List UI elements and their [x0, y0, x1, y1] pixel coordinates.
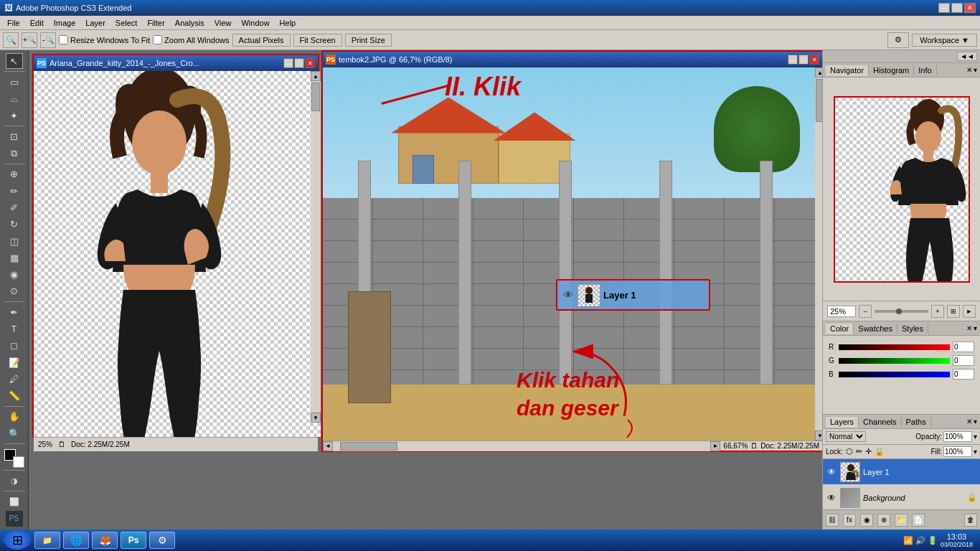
doc2-canvas[interactable]: 👁 Layer 1 ▲	[323, 67, 822, 441]
tool-options-icon[interactable]: 🔍	[3, 32, 19, 48]
add-mask-btn[interactable]: ◉	[860, 514, 873, 527]
color-slider-r[interactable]	[839, 344, 950, 350]
nav-options-btn[interactable]: ►	[963, 305, 976, 318]
vscroll-down[interactable]: ▼	[311, 413, 321, 423]
doc2-maximize[interactable]: □	[798, 55, 809, 65]
doc2-vscroll[interactable]: ▲ ▼	[815, 67, 822, 441]
maximize-button[interactable]: □	[951, 3, 963, 13]
nav-expand-btn[interactable]: ⊞	[947, 305, 960, 318]
doc2-close[interactable]: ✕	[809, 55, 819, 65]
lock-position[interactable]: ✛	[865, 447, 872, 456]
layers-collapse[interactable]: ▾	[974, 418, 977, 425]
new-layer-btn[interactable]: 📄	[912, 514, 925, 527]
tool-zoom[interactable]: 🔍	[6, 425, 23, 441]
navigator-collapse[interactable]: ▾	[974, 66, 977, 74]
tool-move[interactable]: ↖	[6, 53, 23, 69]
navigator-close[interactable]: ✕	[966, 66, 972, 74]
doc1-canvas[interactable]: ▲ ▼	[34, 71, 321, 437]
doc2-vscroll-down[interactable]: ▼	[815, 430, 822, 441]
screen-mode[interactable]: ⬜	[6, 494, 23, 509]
layer-row-background[interactable]: 👁 Background 🔒	[823, 485, 980, 509]
doc1-maximize[interactable]: □	[294, 58, 304, 68]
tool-measure[interactable]: 📏	[6, 387, 23, 403]
tool-hand[interactable]: ✋	[6, 409, 23, 425]
taskbar-photoshop[interactable]: Ps	[121, 532, 146, 549]
tool-history-brush[interactable]: ↻	[6, 217, 23, 232]
doc1-vscroll[interactable]: ▲ ▼	[311, 71, 321, 423]
tool-eraser[interactable]: ◫	[6, 233, 23, 249]
tab-styles[interactable]: Styles	[897, 324, 928, 334]
lock-image[interactable]: ✏	[856, 447, 862, 456]
tab-histogram[interactable]: Histogram	[869, 65, 914, 75]
tab-layers[interactable]: Layers	[826, 417, 859, 428]
color-collapse[interactable]: ▾	[974, 324, 977, 332]
tool-healing[interactable]: ⊕	[6, 166, 23, 182]
tool-lasso[interactable]: ⌓	[6, 91, 23, 107]
menu-file[interactable]: File	[3, 18, 24, 28]
taskbar-firefox[interactable]: 🦊	[92, 532, 118, 549]
delete-layer-btn[interactable]: 🗑	[964, 514, 977, 527]
fill-input[interactable]	[943, 446, 972, 457]
print-size-button[interactable]: Print Size	[345, 34, 392, 47]
close-button[interactable]: ✕	[964, 3, 976, 13]
doc1-info-icon[interactable]: 🗒	[58, 441, 65, 448]
tool-eyedropper[interactable]: 🖊	[6, 371, 23, 387]
doc2-minimize[interactable]: —	[788, 55, 798, 65]
tool-brush[interactable]: ✏	[6, 183, 23, 199]
nav-zoom-bar[interactable]	[875, 310, 928, 313]
workspace-icon[interactable]: ⚙	[887, 32, 909, 48]
zoom-all-checkbox[interactable]: Zoom All Windows	[153, 35, 229, 44]
new-group-btn[interactable]: 📁	[895, 514, 908, 527]
color-slider-g[interactable]	[839, 358, 950, 364]
color-value-r[interactable]	[953, 342, 974, 352]
doc2-hscroll[interactable]: ◄ ► 66,67% 🗒 Doc: 2.25M/2.25M	[323, 441, 822, 451]
tool-type[interactable]: T	[6, 321, 23, 336]
color-value-g[interactable]	[953, 355, 974, 366]
tool-dodge[interactable]: ⊙	[6, 283, 23, 299]
hscroll-thumb[interactable]	[340, 442, 397, 451]
tool-path[interactable]: ✒	[6, 304, 23, 320]
tool-marquee[interactable]: ▭	[6, 74, 23, 90]
doc2-vscroll-up[interactable]: ▲	[815, 67, 822, 77]
lock-all[interactable]: 🔒	[875, 447, 885, 456]
tool-crop[interactable]: ⊡	[6, 128, 23, 144]
panel-collapse-left[interactable]: ◄◄	[957, 52, 977, 61]
tab-info[interactable]: Info	[914, 65, 936, 75]
tab-channels[interactable]: Channels	[859, 417, 901, 427]
hscroll-left[interactable]: ◄	[323, 441, 333, 451]
minimize-button[interactable]: —	[938, 3, 950, 13]
color-close[interactable]: ✕	[966, 324, 972, 332]
actual-pixels-button[interactable]: Actual Pixels	[232, 34, 291, 47]
color-slider-b[interactable]	[839, 372, 950, 377]
blend-mode-select[interactable]: Normal Multiply Screen	[826, 431, 866, 442]
tool-gradient[interactable]: ▦	[6, 250, 23, 265]
taskbar-other[interactable]: ⚙	[149, 532, 175, 549]
menu-help[interactable]: Help	[275, 18, 301, 28]
fill-arrow[interactable]: ▾	[974, 448, 977, 456]
layers-close[interactable]: ✕	[966, 418, 972, 425]
opacity-input[interactable]	[943, 431, 972, 442]
menu-select[interactable]: Select	[111, 18, 142, 28]
tab-color[interactable]: Color	[826, 324, 854, 334]
menu-view[interactable]: View	[210, 18, 236, 28]
doc2-vscroll-thumb[interactable]	[816, 79, 822, 122]
tool-clone[interactable]: ✐	[6, 199, 23, 215]
tab-swatches[interactable]: Swatches	[854, 324, 897, 334]
doc1-minimize[interactable]: —	[283, 58, 293, 68]
tool-magic-wand[interactable]: ✦	[6, 108, 23, 123]
nav-zoom-thumb[interactable]	[896, 309, 902, 314]
menu-edit[interactable]: Edit	[26, 18, 48, 28]
fit-screen-button[interactable]: Fit Screen	[293, 34, 342, 47]
new-adj-layer-btn[interactable]: ⊕	[877, 514, 890, 527]
hscroll-right[interactable]: ►	[710, 441, 720, 451]
menu-window[interactable]: Window	[237, 18, 273, 28]
vscroll-up[interactable]: ▲	[311, 71, 321, 81]
menu-filter[interactable]: Filter	[143, 18, 169, 28]
tool-zoom-in[interactable]: +🔍	[22, 32, 37, 48]
tab-paths[interactable]: Paths	[902, 417, 931, 427]
layer1-eye[interactable]: 👁	[826, 466, 837, 478]
tab-navigator[interactable]: Navigator	[826, 65, 869, 76]
tool-notes[interactable]: 📝	[6, 354, 23, 370]
layer-row-layer1[interactable]: 👁 Layer 1	[823, 459, 980, 485]
taskbar-explorer[interactable]: 📁	[34, 532, 60, 549]
